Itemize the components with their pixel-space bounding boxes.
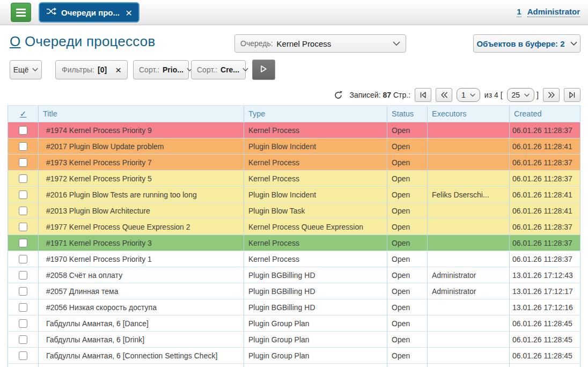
page-number-select[interactable]: 1: [457, 88, 480, 102]
cell-title: [39, 364, 244, 367]
table-row[interactable]: #2013 Plugin Blow ArchitecturePlugin Blo…: [8, 203, 580, 219]
queue-select-label: Очередь:: [240, 39, 273, 48]
sort-value: Cre...: [220, 65, 239, 74]
row-checkbox[interactable]: [19, 335, 27, 344]
cell-type: Kernel Process: [244, 251, 387, 267]
cell-created: 06.01.26 11:28:41: [510, 187, 580, 203]
cell-created: 06.01.26 11:28:37: [510, 122, 580, 138]
sort-label: Сорт.:: [197, 65, 217, 74]
filters-button[interactable]: Фильтры: [0] ×: [55, 60, 128, 79]
tab-close-icon[interactable]: ×: [126, 7, 132, 18]
row-checkbox[interactable]: [19, 190, 27, 199]
table-row[interactable]: #2016 Plugin Blow Tests are running too …: [8, 187, 580, 203]
prev-page-button[interactable]: [436, 88, 452, 102]
sort-created-button[interactable]: Сорт.: Cre...: [191, 60, 246, 79]
checkbox-cell: [8, 251, 39, 267]
sort-priority-button[interactable]: Сорт.: Prio...: [133, 60, 189, 79]
table-row[interactable]: #2057 Длинная темаPlugin BGBilling HDOpe…: [8, 283, 580, 299]
cell-type: Plugin Group Plan: [244, 315, 387, 332]
checkbox-cell: [8, 235, 39, 251]
tab-label: Очереди про...: [61, 8, 120, 17]
table-row[interactable]: #1970 Kernel Process Priority 1Kernel Pr…: [8, 251, 580, 267]
sort-label: Сорт.:: [139, 65, 159, 74]
clear-filters-icon[interactable]: ×: [115, 65, 121, 75]
page-label: Стр.:: [393, 91, 410, 99]
cell-status: Open: [387, 171, 428, 187]
column-header-title[interactable]: Title: [39, 105, 244, 122]
cell-status: Open: [387, 122, 428, 138]
buffer-button[interactable]: Объектов в буфере: 2: [473, 34, 580, 53]
main-menu-button[interactable]: [11, 3, 31, 22]
row-checkbox[interactable]: [19, 351, 27, 360]
table-row[interactable]: #1974 Kernel Process Priority 9Kernel Pr…: [8, 122, 580, 138]
cell-type: Plugin BGBilling HD: [244, 283, 387, 299]
chevron-down-icon: [32, 68, 38, 72]
cell-executors: Administrator: [428, 267, 510, 283]
cell-status: Open: [387, 283, 428, 299]
row-checkbox[interactable]: [19, 158, 27, 167]
cell-status: Open: [387, 155, 428, 171]
cell-status: Open: [387, 203, 428, 219]
row-checkbox[interactable]: [19, 319, 27, 328]
cell-executors: [428, 299, 510, 315]
table-row[interactable]: #2017 Plugin Blow Update problemPlugin B…: [8, 138, 580, 155]
row-checkbox[interactable]: [19, 223, 27, 231]
filters-label: Фильтры:: [62, 65, 94, 74]
last-page-button[interactable]: [564, 88, 580, 102]
cell-status: Open: [387, 315, 428, 332]
column-header-status[interactable]: Status: [387, 105, 428, 122]
row-checkbox[interactable]: [19, 142, 27, 151]
play-icon: [260, 65, 267, 75]
column-header-type[interactable]: Type: [244, 105, 387, 122]
select-all-header[interactable]: ✓: [8, 105, 39, 122]
row-checkbox[interactable]: [19, 174, 27, 183]
buffer-button-label: Объектов в буфере: 2: [476, 39, 564, 48]
cell-title: #2056 Низкая скорость доступа: [39, 299, 244, 315]
cell-type: [244, 364, 387, 367]
checkbox-cell: [8, 364, 39, 367]
checkbox-cell: [8, 203, 39, 219]
notification-count[interactable]: 1: [517, 7, 521, 17]
table-row[interactable]: #1977 Kernel Process Queue Expression 2K…: [8, 219, 580, 235]
more-button-label: Ещё: [13, 65, 29, 74]
cell-title: #1971 Kernel Process Priority 3: [39, 235, 244, 251]
user-name-link[interactable]: Administrator: [527, 7, 580, 17]
row-checkbox[interactable]: [19, 207, 27, 215]
filters-value: [0]: [98, 65, 107, 74]
cell-executors: [428, 332, 510, 348]
cell-status: Open: [387, 138, 428, 155]
cell-status: Open: [387, 251, 428, 267]
column-header-created[interactable]: Created: [510, 105, 580, 122]
column-header-executors[interactable]: Executors: [428, 105, 510, 122]
row-checkbox[interactable]: [19, 271, 27, 280]
refresh-icon[interactable]: [334, 91, 343, 100]
queue-select[interactable]: Очередь: Kernel Process: [234, 34, 406, 53]
row-checkbox[interactable]: [19, 287, 27, 296]
cell-type: Plugin Group Plan: [244, 348, 387, 364]
page-number-value: 1: [461, 91, 466, 99]
row-checkbox[interactable]: [19, 239, 27, 247]
table-row[interactable]: #2058 Счёт на оплатуPlugin BGBilling HDO…: [8, 267, 580, 283]
row-checkbox[interactable]: [19, 255, 27, 263]
title-link[interactable]: О: [10, 33, 20, 49]
table-row[interactable]: Габдуллы Амантая, 6 [Connection Settings…: [8, 348, 580, 364]
page-size-select[interactable]: 25: [507, 88, 535, 102]
cell-status: Open: [387, 219, 428, 235]
cell-created: [510, 364, 580, 367]
tab-process-queues[interactable]: Очереди про... ×: [39, 2, 139, 23]
table-row[interactable]: Габдуллы Амантая, 6 [Dance]Plugin Group …: [8, 315, 580, 332]
cell-type: Plugin Blow Incident: [244, 138, 387, 155]
table-row[interactable]: #1971 Kernel Process Priority 3Kernel Pr…: [8, 235, 580, 251]
table-row[interactable]: #1972 Kernel Process Priority 5Kernel Pr…: [8, 171, 580, 187]
row-checkbox[interactable]: [19, 303, 27, 312]
first-page-button[interactable]: [415, 88, 431, 102]
cell-executors: [428, 171, 510, 187]
more-button[interactable]: Ещё: [10, 60, 42, 79]
table-row[interactable]: [8, 364, 580, 367]
table-row[interactable]: Габдуллы Амантая, 6 [Drink]Plugin Group …: [8, 332, 580, 348]
next-page-button[interactable]: [543, 88, 560, 102]
table-row[interactable]: #2056 Низкая скорость доступаPlugin BGBi…: [8, 299, 580, 315]
row-checkbox[interactable]: [19, 126, 27, 135]
run-button[interactable]: [252, 60, 275, 80]
table-row[interactable]: #1973 Kernel Process Priority 7Kernel Pr…: [8, 155, 580, 171]
